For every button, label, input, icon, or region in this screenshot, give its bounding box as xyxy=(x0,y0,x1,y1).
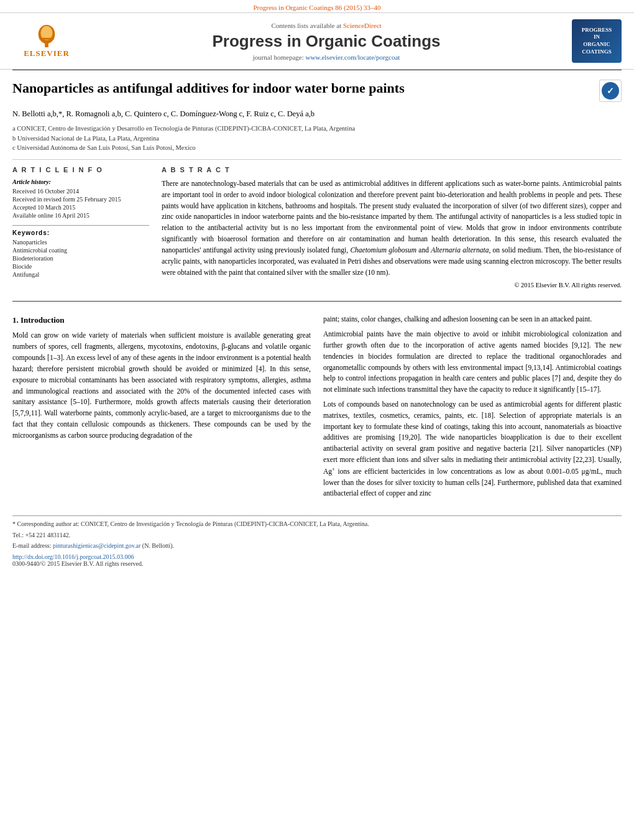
affil-a: a CONICET, Centro de Investigación y Des… xyxy=(12,124,622,134)
affiliations: a CONICET, Centro de Investigación y Des… xyxy=(12,124,622,153)
authors-list: N. Bellotti a,b,*, R. Romagnoli a,b, C. … xyxy=(12,108,622,120)
contents-label: Contents lists available at ScienceDirec… xyxy=(93,22,559,29)
keywords-heading: Keywords: xyxy=(12,229,149,236)
copyright-notice: © 2015 Elsevier B.V. All rights reserved… xyxy=(162,282,622,288)
doi-link: http://dx.doi.org/10.1016/j.porgcoat.201… xyxy=(12,553,622,560)
article-info-panel: A R T I C L E I N F O Article history: R… xyxy=(12,166,149,288)
abstract-heading: A B S T R A C T xyxy=(162,166,622,173)
right-para3: Lots of compounds based on nanotechnolog… xyxy=(323,399,622,499)
intro-para1: Mold can grow on wide variety of materia… xyxy=(12,330,311,441)
issn-notice: 0300-9440/© 2015 Elsevier B.V. All right… xyxy=(12,560,622,567)
journal-header: ELSEVIER Contents lists available at Sci… xyxy=(0,13,634,70)
abstract-panel: A B S T R A C T There are nanotechnology… xyxy=(162,166,622,288)
accepted-date: Accepted 10 March 2015 xyxy=(12,204,149,211)
keyword-5: Antifungal xyxy=(12,271,149,278)
right-column: paint; stains, color changes, chalking a… xyxy=(323,314,622,503)
sciencedirect-link[interactable]: ScienceDirect xyxy=(343,22,382,29)
corresponding-author: * Corresponding author at: CONICET, Cent… xyxy=(12,520,622,529)
homepage-link[interactable]: www.elsevier.com/locate/porgcoat xyxy=(306,53,400,61)
body-area: 1. Introduction Mold can grow on wide va… xyxy=(0,308,634,509)
keyword-1: Nanoparticles xyxy=(12,239,149,246)
footnote-area: * Corresponding author at: CONICET, Cent… xyxy=(12,515,622,567)
abstract-body: There are nanotechnology-based materials… xyxy=(162,178,622,278)
keyword-3: Biodeterioration xyxy=(12,255,149,262)
right-para1: paint; stains, color changes, chalking a… xyxy=(323,314,622,325)
email-link[interactable]: pinturashigienicas@cidepint.gov.ar xyxy=(53,542,140,549)
journal-homepage: journal homepage: www.elsevier.com/locat… xyxy=(93,53,559,61)
right-para2: Antimicrobial paints have the main objec… xyxy=(323,329,622,395)
revised-date: Received in revised form 25 February 201… xyxy=(12,196,149,203)
article-history-label: Article history: xyxy=(12,178,149,185)
elsevier-tree-icon xyxy=(28,24,65,47)
received-date: Received 16 October 2014 xyxy=(12,188,149,195)
crossmark-icon: ✓ xyxy=(602,82,619,99)
journal-banner: Progress in Organic Coatings 86 (2015) 3… xyxy=(0,0,634,13)
crossmark-badge: ✓ xyxy=(599,80,622,102)
journal-title-area: Contents lists available at ScienceDirec… xyxy=(81,22,572,61)
keyword-2: Antimicrobial coating xyxy=(12,247,149,254)
keyword-4: Biocide xyxy=(12,263,149,270)
keywords-section: Keywords: Nanoparticles Antimicrobial co… xyxy=(12,225,149,278)
svg-rect-3 xyxy=(40,38,54,40)
body-divider xyxy=(12,301,622,302)
intro-heading: 1. Introduction xyxy=(12,314,311,326)
journal-citation: Progress in Organic Coatings 86 (2015) 3… xyxy=(253,4,380,11)
info-abstract-area: A R T I C L E I N F O Article history: R… xyxy=(12,159,622,288)
elsevier-wordmark: ELSEVIER xyxy=(24,48,70,58)
paper-title: Nanoparticles as antifungal additives fo… xyxy=(12,80,593,98)
journal-name: Progress in Organic Coatings xyxy=(93,32,559,51)
paper-main: Nanoparticles as antifungal additives fo… xyxy=(0,70,634,295)
elsevier-logo: ELSEVIER xyxy=(12,22,81,60)
email-line: E-mail address: pinturashigienicas@cidep… xyxy=(12,542,622,551)
telephone: Tel.: +54 221 4831142. xyxy=(12,531,622,540)
affil-c: c Universidad Autónoma de San Luis Potos… xyxy=(12,143,622,153)
left-column: 1. Introduction Mold can grow on wide va… xyxy=(12,314,311,503)
available-date: Available online 16 April 2015 xyxy=(12,212,149,219)
title-row: Nanoparticles as antifungal additives fo… xyxy=(12,80,622,102)
affil-b: b Universidad Nacional de La Plata, La P… xyxy=(12,134,622,144)
journal-logo-image: PROGRESSINORGANICCOATINGS xyxy=(572,19,622,63)
article-info-heading: A R T I C L E I N F O xyxy=(12,166,149,173)
